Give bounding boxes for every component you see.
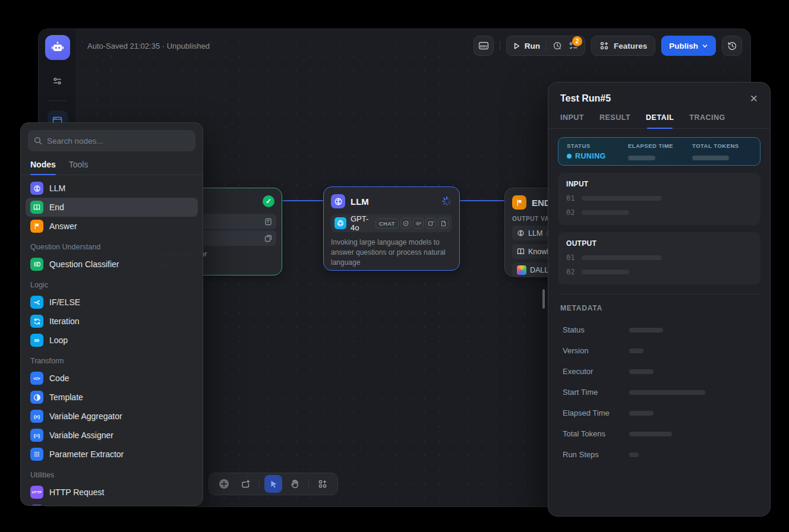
- node-item-loop[interactable]: ∞ Loop: [26, 331, 198, 350]
- status-label: STATUS: [567, 142, 628, 149]
- node-item-end[interactable]: End: [26, 198, 198, 217]
- node-item-if-else[interactable]: IF/ELSE: [26, 293, 198, 312]
- tab-result[interactable]: RESULT: [599, 113, 630, 128]
- scrollbar-thumb[interactable]: [542, 289, 545, 309]
- if-else-icon: [30, 296, 43, 309]
- node-item-variable-aggregator[interactable]: {x} Variable Aggregator: [26, 407, 198, 426]
- tab-input[interactable]: INPUT: [560, 113, 584, 128]
- vision-icon: [400, 218, 411, 229]
- checklist-button[interactable]: 2: [569, 41, 579, 51]
- toolbar-divider: [308, 479, 309, 489]
- input-skeleton-1: [582, 196, 662, 201]
- node-item-answer[interactable]: Answer: [26, 217, 198, 236]
- loop-icon: ∞: [30, 334, 43, 347]
- workflow-topbar: Auto-Saved 21:02:35 · Unpublished ENV Ru…: [77, 29, 750, 62]
- app-logo-icon[interactable]: [45, 35, 70, 60]
- loading-spinner-icon: [441, 196, 452, 207]
- video-icon: [425, 218, 436, 229]
- run-status-card: STATUS RUNING ELAPSED TIME TOTAL TOKENS: [558, 137, 760, 166]
- canvas-toolbar: [209, 473, 338, 495]
- openai-icon: [334, 217, 346, 229]
- node-item-llm[interactable]: LLM: [26, 179, 198, 198]
- node-item-iteration[interactable]: Iteration: [26, 312, 198, 331]
- node-item-variable-assigner[interactable]: {=} Variable Assigner: [26, 426, 198, 445]
- metadata-skeleton: [629, 328, 663, 332]
- sidebar-divider: [49, 100, 67, 101]
- knowledge-icon: [517, 248, 525, 255]
- metadata-row-start-time: Start Time: [558, 388, 760, 397]
- version-history-button[interactable]: [722, 36, 742, 56]
- test-run-panel: Test Run#5 ✕ INPUT RESULT DETAIL TRACING…: [548, 82, 771, 517]
- line-number: 02: [566, 268, 575, 276]
- metadata-skeleton: [629, 390, 705, 395]
- line-number: 02: [566, 208, 575, 217]
- section-utilities: Utilities: [26, 464, 198, 483]
- features-icon: [599, 41, 609, 50]
- preferences-sliders-icon[interactable]: [48, 71, 68, 91]
- chat-mode-badge: CHAT: [375, 218, 399, 229]
- metadata-row-total-tokens: Total Tokens: [558, 429, 760, 438]
- section-question-understand: Question Understand: [26, 236, 198, 255]
- node-item-question-classifier[interactable]: Question Classifier: [26, 255, 198, 274]
- metadata-row-executor: Executor: [558, 367, 760, 376]
- hand-tool-button[interactable]: [286, 475, 304, 493]
- node-item-parameter-extractor[interactable]: Parameter Extractor: [26, 445, 198, 464]
- node-list: LLM End Answer Question Understand Quest…: [21, 175, 203, 506]
- input-skeleton-2: [582, 210, 629, 215]
- tab-detail[interactable]: DETAIL: [646, 113, 674, 128]
- pointer-tool-button[interactable]: [264, 475, 282, 493]
- metadata-skeleton: [629, 349, 643, 353]
- status-value: RUNING: [567, 152, 628, 160]
- tab-nodes[interactable]: Nodes: [30, 160, 56, 175]
- features-button[interactable]: Features: [591, 36, 655, 56]
- output-card: OUTPUT 01 02: [558, 232, 760, 284]
- success-check-icon: ✓: [263, 195, 274, 207]
- node-panel-tabs: Nodes Tools: [21, 151, 203, 175]
- run-group-divider: [546, 41, 547, 50]
- node-item-list-operator[interactable]: List Operator: [26, 502, 198, 506]
- node-item-code[interactable]: </> Code: [26, 369, 198, 388]
- play-icon: [513, 42, 520, 50]
- metadata-skeleton: [629, 411, 654, 416]
- metadata-skeleton: [629, 452, 639, 457]
- metadata-title: METADATA: [558, 294, 760, 314]
- close-icon[interactable]: ✕: [750, 94, 758, 104]
- node-search-panel: Search nodes... Nodes Tools LLM End Answ…: [20, 122, 203, 506]
- test-run-tabs: INPUT RESULT DETAIL TRACING: [548, 104, 770, 129]
- paragraph-field-icon: [264, 235, 272, 242]
- autosave-status: Auto-Saved 21:02:35 · Unpublished: [87, 42, 210, 50]
- edge-start-to-llm: [282, 200, 323, 201]
- variable-aggregator-icon: {x}: [30, 410, 43, 423]
- list-operator-icon: [30, 505, 43, 506]
- llm-icon: [30, 182, 43, 195]
- svg-text:ENV: ENV: [479, 44, 488, 48]
- answer-icon: [30, 220, 43, 233]
- tab-tracing[interactable]: TRACING: [689, 113, 725, 128]
- tab-tools[interactable]: Tools: [69, 160, 89, 175]
- end-flag-icon: [512, 195, 526, 210]
- input-title: INPUT: [566, 180, 752, 188]
- run-history-icon[interactable]: [553, 41, 563, 51]
- env-button[interactable]: ENV: [474, 36, 494, 56]
- notification-badge: 2: [572, 36, 582, 46]
- add-node-button[interactable]: [215, 475, 233, 493]
- model-selector[interactable]: GPT-4o CHAT: [331, 214, 452, 232]
- node-item-template[interactable]: Template: [26, 388, 198, 407]
- node-item-http-request[interactable]: HTTP HTTP Request: [26, 483, 198, 502]
- run-button-group: Run 2: [506, 36, 585, 56]
- audio-icon: [413, 218, 424, 229]
- chevron-down-icon: [702, 43, 708, 49]
- metadata-skeleton: [629, 432, 672, 436]
- total-tokens-skeleton: [692, 156, 729, 160]
- llm-node[interactable]: LLM GPT-4o CHAT In: [323, 186, 460, 271]
- publish-button[interactable]: Publish: [661, 36, 716, 56]
- search-input[interactable]: Search nodes...: [28, 130, 195, 151]
- run-button[interactable]: Run: [513, 42, 540, 50]
- organize-nodes-button[interactable]: [314, 475, 332, 493]
- add-note-button[interactable]: [236, 475, 254, 493]
- llm-node-icon: [331, 194, 345, 208]
- test-run-title: Test Run#5: [560, 93, 611, 104]
- total-tokens-label: TOTAL TOKENS: [692, 142, 739, 149]
- code-icon: </>: [30, 372, 43, 385]
- parameter-extractor-icon: [30, 448, 43, 461]
